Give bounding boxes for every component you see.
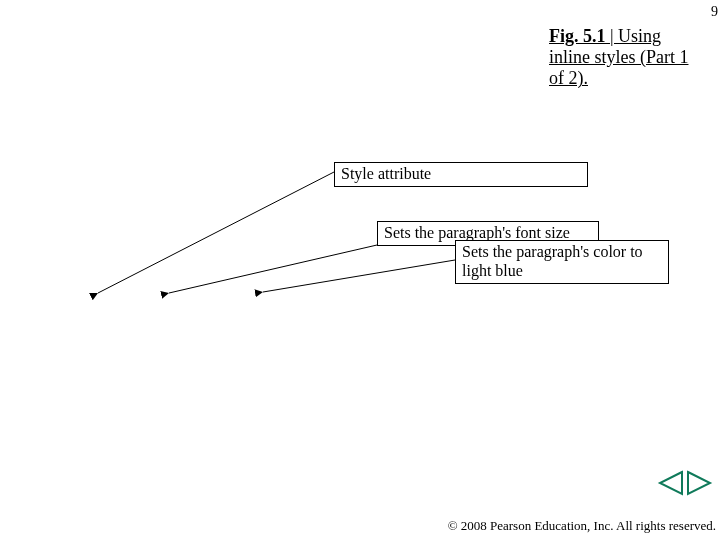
svg-line-2 bbox=[263, 260, 455, 292]
figure-title: Fig. 5.1 | Using inline styles (Part 1 o… bbox=[549, 26, 689, 90]
svg-line-1 bbox=[169, 245, 377, 293]
slide-nav bbox=[656, 470, 714, 496]
slide: 9 Fig. 5.1 | Using inline styles (Part 1… bbox=[0, 0, 720, 540]
figure-number: Fig. 5.1 bbox=[549, 26, 610, 46]
copyright-footer: © 2008 Pearson Education, Inc. All right… bbox=[448, 519, 716, 534]
callout-style-attribute: Style attribute bbox=[334, 162, 588, 187]
next-slide-button[interactable] bbox=[686, 470, 714, 496]
prev-slide-button[interactable] bbox=[656, 470, 684, 496]
page-number: 9 bbox=[711, 4, 718, 20]
triangle-right-icon bbox=[686, 470, 714, 496]
callout-paragraph-color: Sets the paragraph's color to light blue bbox=[455, 240, 669, 284]
svg-line-0 bbox=[98, 172, 334, 293]
triangle-left-icon bbox=[656, 470, 684, 496]
